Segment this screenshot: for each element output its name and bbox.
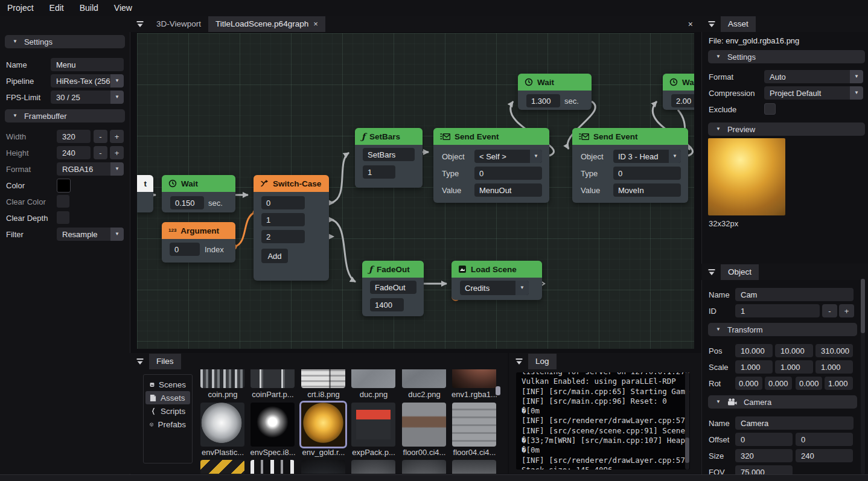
node-send-event-2-header[interactable]: Send Event (572, 128, 688, 145)
node-partial[interactable]: t t (137, 175, 153, 212)
panel-menu-icon[interactable] (136, 357, 144, 366)
node-load-scene-header[interactable]: Load Scene (452, 261, 542, 278)
category-assets[interactable]: Assets (145, 391, 190, 404)
fadeout-function-input[interactable]: FadeOut (370, 281, 416, 294)
panel-menu-icon[interactable] (707, 268, 716, 276)
fadeout-arg-input[interactable]: 1400 (370, 298, 404, 311)
framebuffer-section-header[interactable]: ▼Framebuffer (5, 109, 125, 123)
id-decrement-button[interactable]: - (822, 304, 837, 317)
camera-offset-x-input[interactable]: 0 (735, 433, 793, 446)
object-id-input[interactable]: 1 (735, 304, 820, 317)
file-thumb[interactable] (200, 460, 244, 474)
filter-select[interactable]: Resample ▼ (57, 228, 124, 241)
panel-menu-icon[interactable] (515, 357, 523, 366)
pos-x-input[interactable]: 10.000 (735, 344, 773, 357)
format-select[interactable]: RGBA16 ▼ (57, 162, 124, 176)
clear-depth-swatch[interactable] (57, 211, 69, 224)
category-scenes[interactable]: Scenes (145, 378, 190, 391)
height-decrement-button[interactable]: - (94, 146, 107, 159)
send2-value-input[interactable]: MoveIn (613, 183, 681, 197)
tab-log[interactable]: Log (528, 354, 557, 369)
scale-z-input[interactable]: 1.000 (815, 360, 853, 374)
node-setbars[interactable]: ƒ SetBars SetBars 1 (355, 128, 423, 188)
settings-section-header[interactable]: ▼Settings (5, 35, 125, 48)
file-thumb-coinpart[interactable] (251, 369, 295, 388)
node-switch-case-header[interactable]: Switch-Case (254, 175, 329, 192)
asset-format-select[interactable]: Auto ▼ (764, 70, 863, 83)
object-name-input[interactable]: Cam (735, 288, 854, 301)
argument-value-input[interactable]: 0 (170, 243, 200, 256)
files-scrollbar[interactable] (496, 386, 500, 395)
setbars-arg-input[interactable]: 1 (363, 165, 395, 179)
height-increment-button[interactable]: + (110, 146, 124, 159)
scale-y-input[interactable]: 1.000 (775, 360, 813, 374)
pos-y-input[interactable]: 10.000 (775, 344, 813, 357)
inspector-scrollbar-thumb[interactable] (861, 279, 865, 333)
node-send-event-2[interactable]: Send Event Object ID 3 - Head ▼ Type 0 V… (572, 128, 688, 203)
switch-case-add-button[interactable]: Add (261, 249, 288, 263)
transform-section-header[interactable]: ▼Transform (708, 323, 857, 336)
rot-z-input[interactable]: 0.000 (796, 377, 822, 390)
file-thumb-crt[interactable] (301, 369, 345, 388)
log-console[interactable]: listening for server on 127.0.0.1:27064 … (516, 372, 690, 470)
file-thumb[interactable] (351, 460, 395, 474)
node-load-scene[interactable]: Load Scene Credits ▼ (452, 261, 542, 300)
clear-color-swatch[interactable] (57, 195, 69, 208)
wait-1-seconds-input[interactable]: 0.150 (170, 196, 204, 209)
switch-case-1-input[interactable]: 1 (261, 213, 305, 226)
loadscene-scene-select[interactable]: Credits ▼ (460, 281, 529, 295)
node-wait-1-header[interactable]: Wait (162, 175, 235, 192)
file-thumb-envgold-selected[interactable] (301, 403, 345, 447)
tab-3d-viewport[interactable]: 3D-Viewport (149, 16, 208, 32)
switch-case-2-input[interactable]: 2 (261, 230, 305, 243)
rot-x-input[interactable]: 0.000 (735, 377, 762, 390)
node-wait-3-header[interactable]: Wa (663, 74, 694, 91)
camera-name-input[interactable]: Camera (735, 416, 854, 430)
log-scrollbar-thumb[interactable] (685, 438, 689, 463)
width-decrement-button[interactable]: - (94, 130, 107, 143)
node-setbars-header[interactable]: ƒ SetBars (355, 128, 423, 145)
file-thumb-envplastic[interactable] (200, 403, 244, 447)
send2-object-select[interactable]: ID 3 - Head ▼ (613, 150, 681, 163)
camera-offset-y-input[interactable]: 0 (796, 433, 853, 446)
node-partial-header[interactable]: t (137, 175, 153, 192)
file-thumb-env1[interactable] (452, 369, 496, 388)
panel-menu-icon[interactable] (707, 20, 716, 28)
menu-build[interactable]: Build (80, 3, 107, 13)
asset-preview-header[interactable]: ▼Preview (708, 123, 865, 136)
wait-2-seconds-input[interactable]: 1.300 (526, 94, 560, 107)
camera-size-h-input[interactable]: 240 (796, 449, 853, 462)
rot-y-input[interactable]: 0.000 (765, 377, 792, 390)
setbars-function-input[interactable]: SetBars (363, 148, 415, 161)
file-thumb-duc[interactable] (351, 369, 395, 388)
file-thumb-duc2[interactable] (402, 369, 446, 388)
close-icon[interactable]: × (688, 19, 693, 29)
node-send-event-1[interactable]: Send Event Object < Self > ▼ Type 0 Valu… (433, 128, 549, 203)
width-increment-button[interactable]: + (110, 130, 124, 143)
tab-object[interactable]: Object (721, 264, 759, 280)
scene-name-input[interactable]: Menu (51, 58, 124, 71)
file-thumb-floor04[interactable] (452, 403, 496, 447)
asset-exclude-checkbox[interactable] (764, 103, 776, 115)
node-wait-3[interactable]: Wa 2.00 (663, 74, 694, 110)
pipeline-select[interactable]: HiRes-Tex (256 ▼ (51, 74, 124, 88)
camera-section-header[interactable]: ▼ Camera (708, 395, 857, 409)
fps-limit-select[interactable]: 30 / 25 ▼ (51, 91, 124, 104)
files-grid[interactable]: coin.png coinPart.p... crt.i8.png duc.pn… (197, 369, 501, 474)
camera-size-w-input[interactable]: 320 (735, 449, 793, 462)
pos-z-input[interactable]: 310.000 (815, 344, 853, 357)
asset-compression-select[interactable]: Project Default ▼ (764, 86, 863, 100)
node-send-event-1-header[interactable]: Send Event (433, 128, 549, 145)
rot-w-input[interactable]: 1.000 (825, 377, 853, 390)
file-thumb-exppack[interactable] (351, 403, 395, 447)
category-scripts[interactable]: Scripts (145, 404, 190, 418)
node-wait-2-header[interactable]: Wait (518, 74, 592, 91)
menu-view[interactable]: View (114, 3, 141, 13)
node-argument[interactable]: 123 Argument 0 Index (162, 222, 235, 263)
node-switch-case[interactable]: Switch-Case 0 1 2 Add (254, 175, 329, 281)
node-wait-2[interactable]: Wait 1.300 sec. (518, 74, 592, 110)
asset-settings-header[interactable]: ▼Settings (708, 50, 865, 63)
switch-case-0-input[interactable]: 0 (261, 196, 305, 209)
panel-menu-icon[interactable] (136, 20, 144, 28)
node-fadeout[interactable]: ƒ FadeOut FadeOut 1400 (362, 261, 424, 316)
